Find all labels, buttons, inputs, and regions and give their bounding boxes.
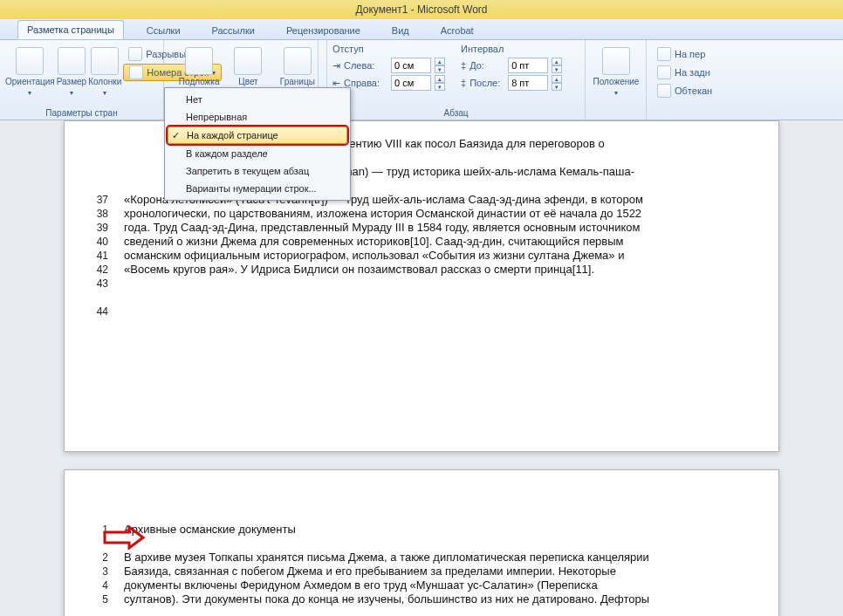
menu-item-restart-each-page[interactable]: ✓На каждой странице xyxy=(168,127,347,144)
doc-text: года. Труд Саад-эд-Дина, представленный … xyxy=(124,221,752,235)
send-back-icon xyxy=(657,65,671,79)
tab-view[interactable]: Вид xyxy=(383,22,418,39)
watermark-icon xyxy=(185,47,213,75)
line-numbers-menu: Нет Непрерывная ✓На каждой странице В ка… xyxy=(164,87,351,201)
doc-line: 44 xyxy=(84,305,752,318)
line-number: 4 xyxy=(84,578,108,592)
indent-left-spinner[interactable]: ▴▾ xyxy=(435,58,445,73)
doc-line: 1Архивные османские документы xyxy=(84,523,752,537)
spacing-before-icon: ‡ xyxy=(461,60,466,71)
line-number: 3 xyxy=(84,565,108,578)
line-number: 44 xyxy=(84,305,108,318)
line-number: 5 xyxy=(84,592,108,606)
checkmark-icon: ✓ xyxy=(172,130,180,141)
spacing-before-spinner[interactable]: ▴▾ xyxy=(552,58,562,73)
orientation-button[interactable]: Ориентация▾ xyxy=(5,44,55,98)
doc-text: Архивные османские документы xyxy=(124,523,752,537)
text-wrap-button[interactable]: Обтекан xyxy=(652,82,838,99)
doc-line: 43 xyxy=(84,277,752,291)
menu-item-options[interactable]: Варианты нумерации строк... xyxy=(167,180,348,197)
doc-text xyxy=(124,277,752,291)
doc-text: сведений о жизни Джема для современных и… xyxy=(124,235,752,249)
chevron-down-icon: ▾ xyxy=(103,88,106,98)
bring-front-button[interactable]: На пер xyxy=(652,45,838,63)
doc-text: документы включены Феридуном Ахмедом в е… xyxy=(124,578,752,592)
doc-text: хронологически, по царствованиям, изложе… xyxy=(124,207,752,221)
tab-mailings[interactable]: Рассылки xyxy=(203,22,264,39)
breaks-icon xyxy=(128,47,142,61)
doc-line: 39года. Труд Саад-эд-Дина, представленны… xyxy=(84,221,752,235)
doc-text: «Восемь кругов рая». У Идриса Бидлиси он… xyxy=(124,263,752,277)
window-title: Документ1 - Microsoft Word xyxy=(0,0,843,19)
doc-line: 4документы включены Феридуном Ахмедом в … xyxy=(84,578,752,592)
doc-text xyxy=(124,305,752,318)
indent-right-spinner[interactable]: ▴▾ xyxy=(435,75,445,91)
send-back-button[interactable]: На задн xyxy=(652,64,838,81)
tab-review[interactable]: Рецензирование xyxy=(278,22,369,39)
position-icon xyxy=(602,47,630,75)
orientation-icon xyxy=(16,47,44,75)
doc-text: султанов). Эти документы пока до конца н… xyxy=(124,592,752,606)
line-number: 40 xyxy=(84,235,108,249)
doc-line: 40сведений о жизни Джема для современных… xyxy=(84,235,752,249)
ribbon-tabs: Разметка страницы Ссылки Рассылки Реценз… xyxy=(0,19,843,40)
group-label-paragraph: Абзац xyxy=(327,108,585,118)
line-number: 42 xyxy=(84,263,108,277)
indent-right-input[interactable] xyxy=(391,75,431,91)
line-number: 43 xyxy=(84,277,108,291)
tab-references[interactable]: Ссылки xyxy=(138,22,189,39)
chevron-down-icon: ▾ xyxy=(28,88,31,98)
ribbon: Ориентация▾ Размер▾ Колонки▾ Разрывы▾ Но… xyxy=(0,40,843,120)
bring-front-icon xyxy=(657,47,671,61)
menu-item-continuous[interactable]: Непрерывная xyxy=(167,108,348,126)
doc-line: 42«Восемь кругов рая». У Идриса Бидлиси … xyxy=(84,263,752,277)
page-color-icon xyxy=(234,47,262,75)
interval-header: Интервал xyxy=(461,44,562,54)
size-button[interactable]: Размер▾ xyxy=(57,44,86,98)
indent-left-input[interactable] xyxy=(391,58,431,73)
line-number: 37 xyxy=(84,193,108,207)
line-number: 41 xyxy=(84,249,108,263)
spacing-after-input[interactable] xyxy=(508,75,548,91)
doc-line: 41османским официальным историографом, и… xyxy=(84,249,752,263)
columns-button[interactable]: Колонки▾ xyxy=(88,44,121,98)
line-number: 2 xyxy=(84,551,108,565)
doc-line: 3Баязида, связанная с побегом Джема и ег… xyxy=(84,565,752,578)
chevron-down-icon: ▾ xyxy=(70,88,73,98)
tab-page-layout[interactable]: Разметка страницы xyxy=(17,20,124,39)
menu-item-none[interactable]: Нет xyxy=(167,91,348,108)
spacing-after-icon: ‡ xyxy=(461,78,466,88)
borders-icon xyxy=(284,47,312,75)
spacing-before-label: До: xyxy=(469,60,504,71)
line-numbers-icon xyxy=(129,65,143,79)
doc-text: В архиве музея Топкапы хранятся письма Д… xyxy=(124,551,752,565)
columns-icon xyxy=(91,47,119,75)
menu-item-restart-each-section[interactable]: В каждом разделе xyxy=(167,145,348,162)
chevron-down-icon: ▾ xyxy=(614,88,618,98)
indent-left-label: Слева: xyxy=(344,60,387,71)
group-label-page-setup: Параметры стран xyxy=(0,108,163,118)
doc-line: 5султанов). Эти документы пока до конца … xyxy=(84,592,752,606)
indent-left-icon: ⇥ xyxy=(332,60,340,72)
line-number: 38 xyxy=(84,207,108,221)
tab-acrobat[interactable]: Acrobat xyxy=(432,22,483,39)
doc-text: османским официальным историографом, исп… xyxy=(124,249,752,263)
spacing-after-label: После: xyxy=(469,78,504,88)
position-button[interactable]: Положение▾ xyxy=(591,44,641,98)
doc-text: Баязида, связанная с побегом Джема и его… xyxy=(124,565,752,578)
text-wrap-icon xyxy=(657,84,671,98)
spacing-after-spinner[interactable]: ▴▾ xyxy=(552,75,562,91)
indent-header: Отступ xyxy=(332,44,445,54)
doc-line: 38хронологически, по царствованиям, изло… xyxy=(84,207,752,221)
line-number: 39 xyxy=(84,221,108,235)
doc-line: 2В архиве музея Топкапы хранятся письма … xyxy=(84,551,752,565)
menu-item-suppress[interactable]: Запретить в текущем абзац xyxy=(167,162,348,180)
annotation-arrow xyxy=(103,525,145,550)
spacing-before-input[interactable] xyxy=(508,58,548,73)
page-2: 1Архивные османские документы2В архиве м… xyxy=(64,469,779,616)
page-size-icon xyxy=(58,47,86,75)
